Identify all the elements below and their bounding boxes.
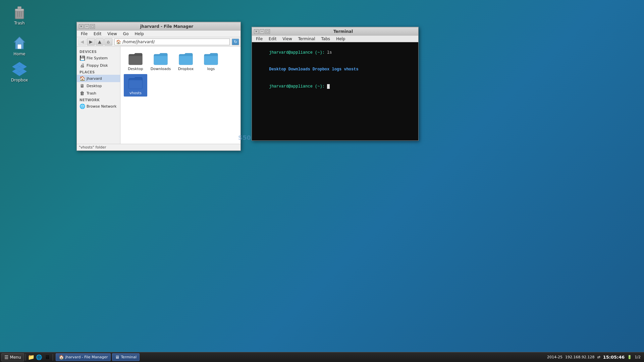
forward-button[interactable]: ▶ <box>87 38 95 46</box>
terminal-line-2: Desktop Downloads Dropbox logs vhosts <box>255 61 416 78</box>
menu-go[interactable]: Go <box>120 31 131 37</box>
terminal-prompt-1: jharvard@appliance (~): <box>269 50 327 55</box>
minimize-button[interactable]: ─ <box>85 24 89 29</box>
address-bar[interactable]: 🏠 /home/jharvard/ <box>114 39 230 45</box>
terminal-line-1: jharvard@appliance (~): ls <box>255 44 416 61</box>
menu-file[interactable]: File <box>78 31 90 37</box>
home-icon <box>11 35 28 51</box>
file-item-logs[interactable]: logs <box>199 50 223 72</box>
terminal-window: ✕ ─ □ Terminal File Edit View Terminal T… <box>252 27 419 141</box>
jharvard-label: jharvard <box>87 76 102 81</box>
menu-edit[interactable]: Edit <box>91 31 104 37</box>
jharvard-icon: 🏠 <box>79 76 85 81</box>
window-controls: ✕ ─ □ <box>79 24 95 29</box>
vhosts-folder-label: vhosts <box>129 91 142 95</box>
file-manager-menu-bar: File Edit View Go Help <box>77 31 240 37</box>
sidebar: DEVICES 💾 File System 🖨 Floppy Disk PLAC… <box>77 47 120 144</box>
taskbar-app-file-manager[interactable]: 🏠 jharvard - File Manager <box>56 353 111 361</box>
taskbar-date: 2014-25 <box>547 355 562 359</box>
sidebar-item-trash[interactable]: 🗑 Trash <box>77 89 120 97</box>
logs-folder-icon <box>204 51 218 66</box>
terminal-menu-file[interactable]: File <box>253 36 265 42</box>
sidebar-item-desktop[interactable]: 🖥 Desktop <box>77 82 120 89</box>
menu-label: Menu <box>10 355 21 360</box>
status-bar: "vhosts" folder <box>77 144 240 150</box>
taskbar-ip: 192.168.92.128 <box>565 355 594 359</box>
file-item-downloads[interactable]: Downloads <box>149 50 172 72</box>
up-button[interactable]: ▲ <box>96 38 104 46</box>
svg-rect-15 <box>129 56 142 65</box>
file-manager-toolbar: ◀ ▶ ▲ ⌂ 🏠 /home/jharvard/ ↻ <box>77 37 240 47</box>
terminal-ls-desktop: Desktop <box>269 67 288 72</box>
terminal-close-button[interactable]: ✕ <box>254 29 259 34</box>
file-manager-window: ✕ ─ □ jharvard - File Manager File Edit … <box>76 22 241 151</box>
taskbar-app-terminal[interactable]: 🖥 Terminal <box>112 353 140 361</box>
taskbar-menu-button[interactable]: ☰ Menu <box>1 353 24 361</box>
downloads-folder-label: Downloads <box>151 67 171 71</box>
filesystem-label: File System <box>87 56 108 60</box>
taskbar-fm-icon: 🏠 <box>59 355 64 360</box>
desktop-icon-trash[interactable]: Trash <box>6 3 33 27</box>
terminal-title: Terminal <box>270 29 416 34</box>
desktop-icon-dropbox[interactable]: Dropbox <box>6 60 33 84</box>
vhosts-folder-icon <box>128 75 143 90</box>
taskbar-clock: 15:05:46 <box>603 355 625 360</box>
desktop-folder-icon <box>128 51 143 66</box>
taskbar-launcher-browser[interactable]: 🌐 <box>35 353 43 361</box>
desktop-sidebar-icon: 🖥 <box>79 83 85 88</box>
battery-level: 1/2 <box>635 355 641 359</box>
reload-button[interactable]: ↻ <box>232 39 239 45</box>
terminal-menu-view[interactable]: View <box>280 36 294 42</box>
floppy-label: Floppy Disk <box>87 63 108 68</box>
maximize-button[interactable]: □ <box>90 24 95 29</box>
menu-help[interactable]: Help <box>132 31 146 37</box>
terminal-titlebar: ✕ ─ □ Terminal <box>252 27 418 36</box>
terminal-launcher-icon: 🖥 <box>45 354 50 360</box>
network-icon-taskbar: ⇄ <box>597 355 600 359</box>
desktop-icon-home[interactable]: Home <box>6 34 33 58</box>
floppy-icon: 🖨 <box>79 63 85 68</box>
back-button[interactable]: ◀ <box>78 38 86 46</box>
sidebar-item-jharvard[interactable]: 🏠 jharvard <box>77 75 120 82</box>
taskbar-launcher-terminal[interactable]: 🖥 <box>43 353 51 361</box>
file-item-dropbox[interactable]: Dropbox <box>174 50 198 72</box>
terminal-line-3: jharvard@appliance (~): <box>255 78 416 95</box>
svg-rect-16 <box>154 56 167 65</box>
devices-section-label: DEVICES <box>77 49 120 54</box>
sidebar-item-floppy[interactable]: 🖨 Floppy Disk <box>77 62 120 69</box>
dropbox-folder-label: Dropbox <box>178 67 194 71</box>
dropbox-label: Dropbox <box>11 78 28 82</box>
desktop-folder-label: Desktop <box>128 67 143 71</box>
desktop-sidebar-label: Desktop <box>87 84 102 88</box>
file-item-vhosts[interactable]: vhosts <box>124 74 147 97</box>
trash-icon <box>11 4 28 20</box>
taskbar-separator-2 <box>53 354 53 361</box>
terminal-menu-terminal[interactable]: Terminal <box>296 36 318 42</box>
terminal-maximize-button[interactable]: □ <box>265 29 270 34</box>
sidebar-item-browse-network[interactable]: 🌐 Browse Network <box>77 103 120 110</box>
taskbar-right: 2014-25 192.168.92.128 ⇄ 15:05:46 🔋 1/2 <box>547 355 643 360</box>
terminal-minimize-button[interactable]: ─ <box>260 29 264 34</box>
file-item-desktop[interactable]: Desktop <box>124 50 147 72</box>
svg-rect-2 <box>18 7 21 9</box>
file-manager-body: DEVICES 💾 File System 🖨 Floppy Disk PLAC… <box>77 47 240 144</box>
terminal-menu-help[interactable]: Help <box>333 36 348 42</box>
status-text: "vhosts" folder <box>79 145 106 149</box>
close-button[interactable]: ✕ <box>79 24 84 29</box>
file-manager-titlebar: ✕ ─ □ jharvard - File Manager <box>77 22 240 31</box>
sidebar-item-filesystem[interactable]: 💾 File System <box>77 54 120 62</box>
file-content-area: Desktop Downloads <box>120 47 240 144</box>
taskbar-launcher-files[interactable]: 📁 <box>27 353 35 361</box>
terminal-menu-bar: File Edit View Terminal Tabs Help <box>252 36 418 42</box>
menu-view[interactable]: View <box>105 31 119 37</box>
places-section-label: PLACES <box>77 69 120 75</box>
home-toolbar-button[interactable]: ⌂ <box>104 38 112 46</box>
terminal-window-controls: ✕ ─ □ <box>254 29 270 34</box>
terminal-menu-tabs[interactable]: Tabs <box>319 36 333 42</box>
terminal-content[interactable]: jharvard@appliance (~): ls Desktop Downl… <box>252 42 418 140</box>
terminal-ls-logs: logs <box>332 67 344 72</box>
terminal-menu-edit[interactable]: Edit <box>266 36 279 42</box>
trash-label: Trash <box>14 21 25 25</box>
svg-rect-18 <box>204 56 218 65</box>
terminal-cmd-1: ls <box>327 50 332 55</box>
